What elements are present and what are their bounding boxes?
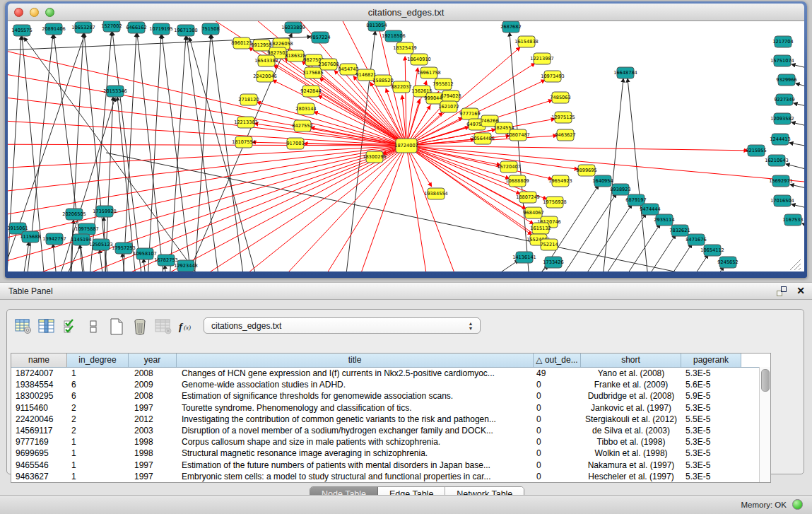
graph-node[interactable]: 7857224: [310, 32, 330, 43]
graph-node[interactable]: 9242844: [300, 86, 321, 97]
graph-node[interactable]: 9463627: [555, 129, 575, 141]
graph-node[interactable]: 9245652: [717, 257, 738, 268]
graph-node[interactable]: 16648784: [613, 67, 637, 78]
graph-node[interactable]: 7955812: [433, 78, 453, 90]
graph-node[interactable]: 15692971: [769, 175, 793, 187]
column-header-year[interactable]: year: [129, 354, 177, 367]
cell-in_degree[interactable]: 1: [67, 368, 129, 379]
close-panel-icon[interactable]: ✕: [796, 285, 805, 296]
graph-node[interactable]: 10958107: [133, 248, 157, 259]
cell-title[interactable]: Estimation of significance thresholds fo…: [177, 390, 534, 402]
cell-name[interactable]: 18300295: [11, 390, 67, 402]
graph-node[interactable]: 12213383: [234, 117, 258, 128]
graph-node[interactable]: 9899695: [576, 165, 596, 176]
network-canvas[interactable]: 8960123891295518226058982750316543382818…: [8, 21, 804, 271]
cell-short[interactable]: Jankovic et al. (1997): [581, 402, 681, 414]
cell-out_de[interactable]: 0: [534, 448, 581, 459]
graph-node[interactable]: 10654112: [700, 245, 724, 256]
graph-node[interactable]: 15720407: [497, 161, 521, 173]
show-columns-icon[interactable]: [36, 317, 57, 337]
table-row[interactable]: 946362711997Embryonic stem cells: a mode…: [11, 471, 770, 482]
cell-in_degree[interactable]: 1: [67, 471, 129, 482]
graph-node[interactable]: 18107554: [232, 136, 256, 148]
graph-node[interactable]: 22420046: [253, 71, 277, 82]
graph-node[interactable]: 8960123: [231, 37, 252, 49]
graph-node[interactable]: 8938923: [610, 184, 630, 195]
cell-name[interactable]: 9465546: [11, 460, 67, 471]
scrollbar-thumb[interactable]: [761, 369, 770, 392]
cell-in_degree[interactable]: 2: [67, 425, 129, 436]
cell-name[interactable]: 9115460: [11, 402, 67, 414]
cell-short[interactable]: Stergiakouli et al. (2012): [581, 414, 681, 425]
cell-name[interactable]: 9699695: [11, 448, 67, 459]
cell-title[interactable]: Corpus callosum shape and size in male p…: [177, 436, 534, 448]
cell-out_de[interactable]: 0: [534, 436, 581, 448]
cell-in_degree[interactable]: 6: [67, 379, 129, 390]
cell-pagerank[interactable]: 5.3E-5: [681, 436, 741, 448]
graph-node[interactable]: 9227349: [774, 94, 794, 105]
graph-node[interactable]: 10653287: [71, 22, 95, 33]
cell-pagerank[interactable]: 5.3E-5: [681, 425, 741, 436]
cell-out_de[interactable]: 0: [534, 390, 581, 402]
column-header-title[interactable]: title: [177, 354, 534, 367]
column-header-short[interactable]: short: [581, 354, 681, 367]
graph-node[interactable]: 9474444: [640, 204, 660, 215]
graph-node[interactable]: 8215955: [746, 145, 766, 156]
graph-node[interactable]: 1167533: [782, 214, 803, 226]
select-rows-icon[interactable]: [59, 317, 81, 337]
graph-node[interactable]: 12093582: [770, 113, 794, 124]
cell-pagerank[interactable]: 5.3E-5: [681, 368, 741, 379]
cell-name[interactable]: 14569117: [11, 425, 67, 436]
graph-node[interactable]: 1527002: [101, 21, 122, 32]
table-row[interactable]: 2242004622012Investigating the contribut…: [11, 414, 770, 425]
cell-title[interactable]: Investigating the contribution of common…: [177, 414, 534, 425]
cell-year[interactable]: 2008: [129, 368, 177, 379]
graph-node[interactable]: 14136141: [512, 252, 536, 263]
cell-out_de[interactable]: 49: [534, 368, 581, 379]
cell-pagerank[interactable]: 5.3E-5: [681, 471, 741, 482]
table-row[interactable]: 969969511998Structural magnetic resonanc…: [11, 448, 770, 459]
graph-node[interactable]: 12923448: [174, 260, 198, 271]
graph-node[interactable]: 2367608: [318, 59, 339, 70]
table-row[interactable]: 1830029562008Estimation of significance …: [11, 390, 770, 402]
graph-node[interactable]: 16033809: [281, 22, 305, 33]
cell-title[interactable]: Changes of HCN gene expression and I(f) …: [177, 368, 534, 379]
cell-in_degree[interactable]: 1: [67, 436, 129, 448]
cell-pagerank[interactable]: 5.6E-5: [681, 379, 741, 390]
graph-node[interactable]: 1115688: [20, 231, 40, 243]
graph-node[interactable]: 1615132: [530, 223, 551, 234]
graph-node[interactable]: 16210643: [765, 155, 789, 166]
graph-node[interactable]: 8471676: [686, 234, 706, 245]
cell-title[interactable]: Genome-wide association studies in ADHD.: [177, 379, 534, 390]
cell-name[interactable]: 18724007: [11, 368, 67, 379]
cell-in_degree[interactable]: 1: [67, 460, 129, 471]
cell-name[interactable]: 9777169: [11, 436, 67, 448]
window-titlebar[interactable]: citations_edges.txt: [8, 4, 804, 21]
column-header-in_degree[interactable]: in_degree: [67, 354, 129, 367]
cell-name[interactable]: 22420046: [11, 414, 67, 425]
cell-year[interactable]: 2012: [129, 414, 177, 425]
function-builder-icon[interactable]: f (x): [176, 317, 197, 337]
graph-node[interactable]: 9684067: [523, 207, 543, 218]
delete-table-icon[interactable]: [129, 317, 151, 337]
graph-node[interactable]: 17957253: [112, 243, 136, 254]
graph-node[interactable]: 752214: [540, 239, 558, 250]
new-table-icon[interactable]: [106, 317, 127, 337]
cell-year[interactable]: 1997: [129, 471, 177, 482]
graph-node[interactable]: 6466162: [126, 22, 146, 33]
cell-year[interactable]: 2009: [129, 379, 177, 390]
graph-node[interactable]: 1217704: [772, 36, 793, 47]
graph-node[interactable]: 16154838: [514, 36, 539, 47]
cell-in_degree[interactable]: 6: [67, 390, 129, 402]
cell-pagerank[interactable]: 5.3E-5: [681, 402, 741, 414]
graph-node[interactable]: 1405575: [11, 25, 32, 36]
graph-node[interactable]: 20564486: [471, 133, 495, 144]
cell-year[interactable]: 1997: [129, 460, 177, 471]
graph-node[interactable]: 1621072: [438, 101, 459, 112]
table-selector-dropdown[interactable]: citations_edges.txt ▲▼: [204, 317, 481, 334]
cell-short[interactable]: Hescheler et al. (1997): [581, 471, 681, 482]
resize-grip[interactable]: [790, 259, 801, 270]
column-header-name[interactable]: name: [11, 354, 67, 367]
cell-pagerank[interactable]: 5.3E-5: [681, 460, 741, 471]
cell-in_degree[interactable]: 2: [67, 402, 129, 414]
